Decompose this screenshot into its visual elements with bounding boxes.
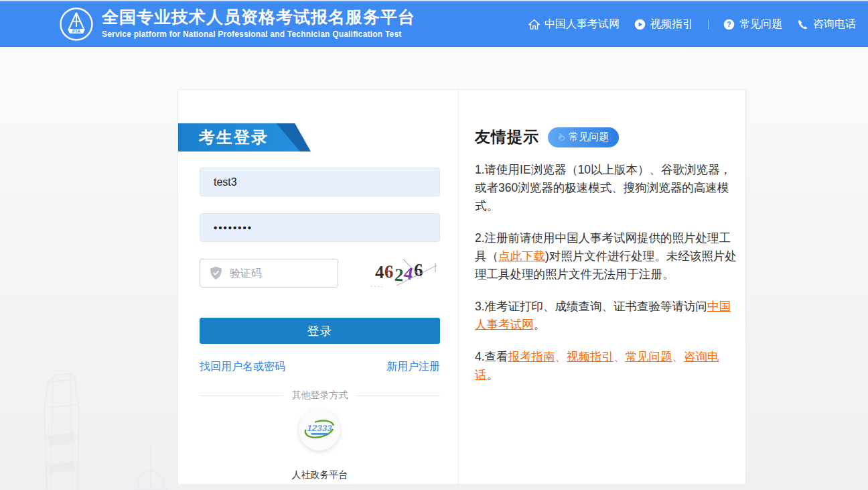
header-nav: 中国人事考试网 视频指引 ? 常见问题 咨询电话 (528, 1, 856, 47)
nav-separator (708, 19, 709, 29)
username-input[interactable] (200, 168, 439, 196)
tips-panel: 友情提示 ☝ 常见问题 1.请使用IE浏览器（10以上版本）、谷歌浏览器，或者3… (459, 90, 747, 484)
forgot-credentials-link[interactable]: 找回用户名或密码 (200, 360, 285, 374)
tip-item-2: 2.注册前请使用中国人事考试网提供的照片处理工具（点此下载)对照片文件进行处理。… (475, 229, 741, 284)
captcha-digit-3: 4 (403, 264, 415, 284)
phone-icon (797, 19, 808, 30)
register-link[interactable]: 新用户注册 (386, 360, 440, 374)
tip-item-1: 1.请使用IE浏览器（10以上版本）、谷歌浏览器，或者360浏览器的极速模式、搜… (475, 161, 741, 215)
login-button[interactable]: 登录 (200, 318, 440, 344)
background-buildings-sketch (35, 367, 182, 490)
svg-text:?: ? (727, 20, 731, 28)
faq-badge-button[interactable]: ☝ 常见问题 (548, 127, 619, 147)
nav-item-faq[interactable]: ? 常见问题 (723, 17, 782, 32)
tip-link-exam-guide[interactable]: 报考指南 (508, 350, 555, 363)
svg-text:PTA: PTA (72, 29, 81, 34)
question-circle-icon: ? (723, 19, 735, 30)
login-banner: 考生登录 (178, 123, 311, 151)
password-input[interactable] (200, 214, 439, 241)
svg-text:12333: 12333 (307, 423, 332, 433)
captcha-image[interactable]: 4 6 2 4 6 (358, 257, 440, 289)
tips-heading: 友情提示 (475, 127, 539, 147)
sso-12333-button[interactable]: 12333 (299, 409, 340, 450)
nav-item-phone[interactable]: 咨询电话 (797, 17, 856, 32)
tip-link-video-guide[interactable]: 视频指引 (567, 350, 613, 363)
other-login-divider: 其他登录方式 (200, 389, 440, 402)
app-header: PTA 全国专业技术人员资格考试报名服务平台 Service platform … (0, 1, 868, 47)
play-circle-icon (634, 19, 646, 30)
captcha-input[interactable] (222, 259, 338, 287)
tip-link-faq[interactable]: 常见问题 (626, 350, 672, 363)
12333-logo-icon: 12333 (301, 411, 338, 448)
main-card: 考生登录 4 6 2 4 6 (177, 89, 746, 485)
pointing-hand-icon: ☝ (555, 131, 567, 143)
nav-item-cpta-site[interactable]: 中国人事考试网 (528, 17, 620, 32)
page-title: 全国专业技术人员资格考试报名服务平台 (102, 6, 415, 27)
pta-logo-icon: PTA (59, 7, 94, 42)
login-banner-title: 考生登录 (199, 127, 269, 148)
shield-check-icon (210, 266, 222, 280)
nav-item-video-guide[interactable]: 视频指引 (634, 17, 693, 32)
captcha-digit-4: 6 (414, 261, 423, 280)
home-icon (528, 19, 540, 30)
captcha-digit-1: 6 (384, 263, 394, 281)
tip-item-4: 4.查看报考指南、视频指引、常见问题、咨询电话。 (475, 348, 741, 384)
tip-link-download[interactable]: 点此下载 (498, 249, 545, 263)
login-panel: 考生登录 4 6 2 4 6 (178, 90, 458, 484)
captcha-digit-0: 4 (374, 263, 384, 282)
page-subtitle: Service platform for National Profession… (102, 29, 415, 39)
tip-item-3: 3.准考证打印、成绩查询、证书查验等请访问中国人事考试网。 (475, 298, 741, 334)
other-login-label: 其他登录方式 (292, 389, 348, 402)
sso-12333-label: 人社政务平台 (200, 469, 440, 481)
